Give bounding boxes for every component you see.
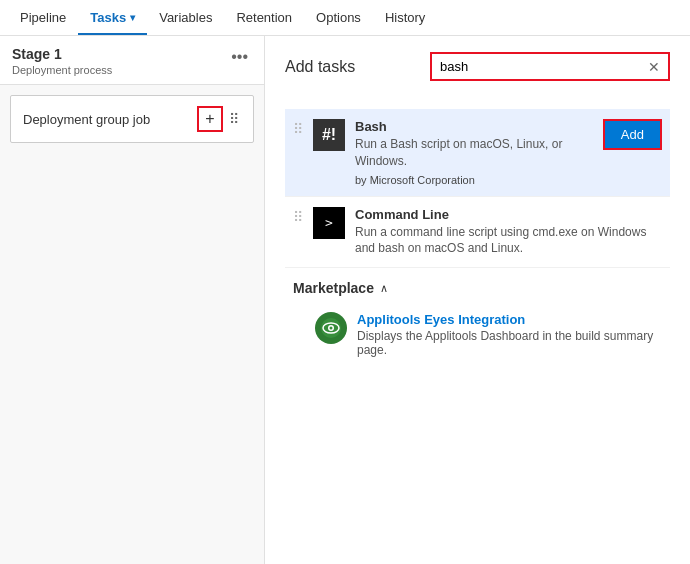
applitools-logo-icon bbox=[320, 317, 342, 339]
top-navigation: Pipeline Tasks ▾ Variables Retention Opt… bbox=[0, 0, 690, 36]
cmdline-drag-handle[interactable]: ⠿ bbox=[293, 209, 303, 225]
bash-add-button[interactable]: Add bbox=[603, 119, 662, 150]
cmdline-icon: > bbox=[313, 207, 345, 239]
bash-icon: #! bbox=[313, 119, 345, 151]
nav-retention[interactable]: Retention bbox=[224, 0, 304, 35]
cmdline-icon-symbol: > bbox=[313, 207, 345, 239]
tasks-chevron-icon: ▾ bbox=[130, 12, 135, 23]
bash-icon-symbol: #! bbox=[313, 119, 345, 151]
stage-subtitle: Deployment process bbox=[12, 64, 112, 76]
marketplace-title: Marketplace bbox=[293, 280, 374, 296]
nav-tasks[interactable]: Tasks ▾ bbox=[78, 0, 147, 35]
bash-drag-handle[interactable]: ⠿ bbox=[293, 121, 303, 137]
add-job-button[interactable]: + bbox=[197, 106, 223, 132]
deployment-group-job: Deployment group job + ⠿ bbox=[10, 95, 254, 143]
svg-point-3 bbox=[330, 327, 333, 330]
applitools-info: Applitools Eyes Integration Displays the… bbox=[357, 312, 662, 357]
drag-icon: ⠿ bbox=[229, 111, 239, 127]
search-container: ✕ bbox=[430, 52, 670, 81]
job-actions: + ⠿ bbox=[197, 106, 241, 132]
task-item-bash: ⠿ #! Bash Run a Bash script on macOS, Li… bbox=[285, 109, 670, 197]
cmdline-info: Command Line Run a command line script u… bbox=[355, 207, 662, 258]
left-panel: Stage 1 Deployment process ••• Deploymen… bbox=[0, 36, 265, 564]
plus-icon: + bbox=[205, 110, 214, 128]
nav-options[interactable]: Options bbox=[304, 0, 373, 35]
search-clear-button[interactable]: ✕ bbox=[640, 55, 668, 79]
marketplace-chevron-icon: ∧ bbox=[380, 282, 388, 295]
stage-header: Stage 1 Deployment process ••• bbox=[0, 36, 264, 85]
more-options-button[interactable]: ••• bbox=[227, 46, 252, 68]
stage-info: Stage 1 Deployment process bbox=[12, 46, 112, 76]
stage-title: Stage 1 bbox=[12, 46, 112, 62]
main-layout: Stage 1 Deployment process ••• Deploymen… bbox=[0, 36, 690, 564]
applitools-desc: Displays the Applitools Dashboard in the… bbox=[357, 329, 662, 357]
nav-history[interactable]: History bbox=[373, 0, 437, 35]
drag-handle[interactable]: ⠿ bbox=[227, 109, 241, 129]
nav-variables[interactable]: Variables bbox=[147, 0, 224, 35]
search-input[interactable] bbox=[432, 54, 640, 79]
cmdline-task-desc: Run a command line script using cmd.exe … bbox=[355, 224, 662, 258]
applitools-name[interactable]: Applitools Eyes Integration bbox=[357, 312, 662, 327]
bash-task-desc: Run a Bash script on macOS, Linux, or Wi… bbox=[355, 136, 593, 170]
nav-pipeline[interactable]: Pipeline bbox=[8, 0, 78, 35]
bash-publisher: by Microsoft Corporation bbox=[355, 174, 593, 186]
applitools-logo bbox=[315, 312, 347, 344]
marketplace-header[interactable]: Marketplace ∧ bbox=[285, 268, 670, 304]
task-item-cmdline: ⠿ > Command Line Run a command line scri… bbox=[285, 197, 670, 269]
marketplace-item-applitools: Applitools Eyes Integration Displays the… bbox=[285, 304, 670, 365]
bash-info: Bash Run a Bash script on macOS, Linux, … bbox=[355, 119, 593, 186]
right-panel: Add tasks ✕ ⠿ #! Bash Run a Bash script … bbox=[265, 36, 690, 564]
job-label: Deployment group job bbox=[23, 112, 150, 127]
panel-title: Add tasks bbox=[285, 58, 355, 76]
cmdline-task-name: Command Line bbox=[355, 207, 662, 222]
bash-task-name: Bash bbox=[355, 119, 593, 134]
